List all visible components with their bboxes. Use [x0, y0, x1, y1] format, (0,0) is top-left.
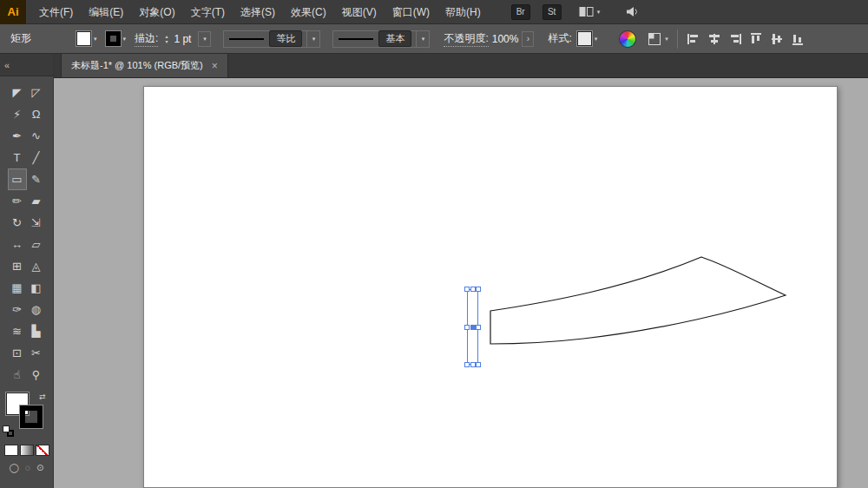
gradient-button[interactable] — [20, 445, 34, 456]
swap-fill-stroke-icon[interactable]: ⇄ — [39, 392, 46, 401]
blend-tool[interactable]: ◍ — [27, 299, 46, 320]
align-horizontal-center-button[interactable] — [707, 32, 721, 46]
collapse-panel-icon[interactable]: « — [4, 60, 10, 70]
width-profile-preview — [229, 38, 264, 40]
line-segment-tool[interactable]: ╱ — [27, 147, 46, 168]
tools-panel: « ◤ ◸ ⚡ Ω ✒ ∿ T ╱ ▭ ✎ ✏ ▰ ↻ ⇲ ↔ ▱ ⊞ ◬ ▦ … — [0, 54, 54, 488]
type-tool[interactable]: T — [8, 147, 27, 168]
menu-help[interactable]: 帮助(H) — [437, 0, 489, 24]
slice-tool[interactable]: ✂ — [27, 342, 46, 364]
menu-file[interactable]: 文件(F) — [31, 0, 81, 24]
eyedropper-icon: ✑ — [12, 303, 22, 316]
paintbrush-tool[interactable]: ✎ — [27, 168, 46, 190]
menu-view[interactable]: 视图(V) — [334, 0, 385, 24]
selection-handle-top-right[interactable] — [476, 287, 481, 292]
direct-selection-tool[interactable]: ◸ — [27, 82, 46, 103]
symbol-sprayer-tool[interactable]: ≋ — [8, 320, 27, 342]
align-top-button[interactable] — [749, 32, 763, 46]
color-button[interactable] — [4, 445, 18, 456]
app-logo: Ai — [0, 0, 26, 24]
pencil-tool[interactable]: ✏ — [8, 190, 27, 212]
menu-type[interactable]: 文字(T) — [183, 0, 233, 24]
canvas-area[interactable] — [54, 78, 868, 488]
draw-normal-mode-icon[interactable]: ◯ — [10, 463, 19, 472]
align-right-button[interactable] — [728, 32, 742, 46]
scale-tool[interactable]: ⇲ — [27, 212, 46, 234]
workspace-switcher[interactable]: ▾ — [579, 6, 601, 17]
selection-handle-middle-right[interactable] — [476, 325, 481, 330]
menu-edit[interactable]: 编辑(E) — [81, 0, 131, 24]
zoom-tool[interactable]: ⚲ — [27, 364, 46, 386]
document-tab-bar: 未标题-1* @ 101% (RGB/预览) × — [54, 54, 868, 78]
rectangle-tool[interactable]: ▭ — [8, 168, 27, 190]
stock-badge[interactable]: St — [542, 4, 562, 20]
align-left-button[interactable] — [687, 32, 700, 46]
menu-object[interactable]: 对象(O) — [131, 0, 182, 24]
stroke-panel-link[interactable]: 描边: — [135, 31, 158, 47]
draw-inside-mode-icon[interactable]: ⊙ — [36, 463, 43, 472]
stepper-down-icon[interactable]: ▾ — [165, 39, 168, 44]
width-tool[interactable]: ↔ — [8, 234, 27, 255]
paintbrush-icon: ✎ — [31, 173, 41, 186]
tools-panel-header: « — [0, 54, 53, 76]
document-tab[interactable]: 未标题-1* @ 101% (RGB/预览) × — [61, 53, 228, 77]
menu-effect[interactable]: 效果(C) — [283, 0, 334, 24]
shape-properties-dropdown[interactable]: ▾ — [648, 32, 668, 46]
align-bottom-button[interactable] — [791, 32, 805, 46]
width-profile-dropdown[interactable]: 等比 ▾ — [223, 30, 320, 48]
opacity-value[interactable]: 100% — [489, 33, 523, 45]
opacity-panel-link[interactable]: 不透明度: — [444, 31, 488, 47]
chevron-down-icon: ▾ — [597, 9, 601, 15]
draw-behind-mode-icon[interactable]: ◌ — [25, 463, 30, 472]
rotate-tool[interactable]: ↻ — [8, 212, 27, 234]
stroke-weight-value[interactable]: 1 pt — [170, 33, 194, 45]
eyedropper-tool[interactable]: ✑ — [8, 299, 27, 320]
recolor-artwork-icon[interactable] — [620, 31, 635, 47]
draw-mode-buttons: ◯ ◌ ⊙ — [0, 463, 53, 472]
chevron-down-icon: ▾ — [203, 36, 207, 42]
none-button[interactable] — [36, 445, 49, 456]
align-vertical-center-button[interactable] — [770, 32, 784, 46]
selection-handle-bottom-right[interactable] — [476, 362, 481, 367]
stroke-swatch[interactable] — [106, 31, 121, 46]
stroke-color-box[interactable] — [20, 406, 43, 428]
stroke-weight-dropdown[interactable]: ▾ — [198, 31, 211, 47]
default-fill-icon[interactable] — [3, 425, 10, 432]
shape-builder-tool[interactable]: ⊞ — [8, 255, 27, 277]
stroke-color-control[interactable]: ▾ — [106, 31, 127, 46]
perspective-grid-tool[interactable]: ◬ — [27, 255, 46, 277]
opacity-expand-button[interactable]: › — [522, 31, 534, 47]
pen-tool[interactable]: ✒ — [8, 125, 27, 147]
fill-swatch[interactable] — [76, 31, 91, 46]
chevron-down-icon: ▾ — [306, 31, 319, 47]
gradient-icon: ◧ — [30, 281, 41, 294]
hand-tool[interactable]: ☝ — [8, 364, 27, 386]
magic-wand-tool[interactable]: ⚡ — [8, 103, 27, 125]
chevron-down-icon: ▾ — [416, 31, 429, 47]
eraser-tool[interactable]: ▰ — [27, 190, 46, 212]
bridge-badge[interactable]: Br — [511, 4, 530, 20]
free-transform-tool[interactable]: ▱ — [27, 234, 46, 255]
style-swatch[interactable] — [577, 31, 592, 46]
chevron-down-icon: ▾ — [123, 36, 127, 42]
lasso-tool[interactable]: Ω — [27, 103, 46, 125]
fill-color-control[interactable]: ▾ — [76, 31, 97, 46]
selection-handle-middle-left[interactable] — [464, 325, 470, 330]
share-feedback-icon[interactable] — [626, 6, 639, 17]
artboard — [143, 86, 838, 488]
artboard-tool[interactable]: ⊡ — [8, 342, 27, 364]
selection-handle-top-left[interactable] — [464, 287, 470, 292]
mesh-tool[interactable]: ▦ — [8, 277, 27, 299]
curvature-tool[interactable]: ∿ — [27, 125, 46, 147]
column-graph-tool[interactable]: ▙ — [27, 320, 46, 342]
graphic-style-control[interactable]: ▾ — [577, 31, 598, 46]
selection-tool[interactable]: ◤ — [8, 82, 27, 103]
gradient-tool[interactable]: ◧ — [27, 277, 46, 299]
brush-definition-dropdown[interactable]: 基本 ▾ — [332, 30, 430, 48]
symbol-sprayer-icon: ≋ — [12, 325, 22, 338]
close-icon[interactable]: × — [212, 60, 218, 72]
menu-select[interactable]: 选择(S) — [233, 0, 283, 24]
selection-handle-bottom-left[interactable] — [464, 362, 470, 367]
menu-window[interactable]: 窗口(W) — [385, 0, 437, 24]
stroke-weight-stepper[interactable]: ▴ ▾ — [165, 34, 168, 44]
